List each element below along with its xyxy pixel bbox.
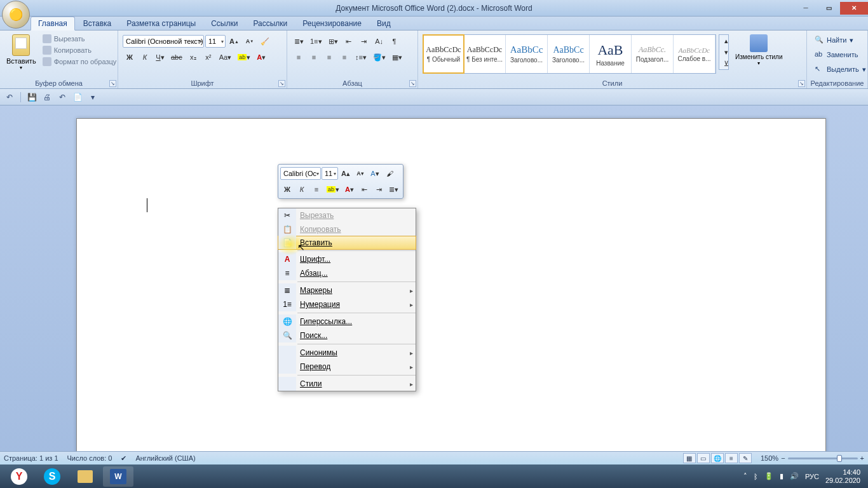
- underline-button[interactable]: Ч▾: [153, 50, 167, 64]
- tray-bluetooth-icon[interactable]: ᛒ: [754, 473, 758, 480]
- highlight-button[interactable]: ab▾: [235, 50, 253, 64]
- style-item[interactable]: AaBbCcDc¶ Без инте...: [464, 35, 506, 73]
- tray-keyboard[interactable]: РУС: [805, 473, 819, 480]
- mini-center[interactable]: ≡: [309, 182, 323, 196]
- superscript-button[interactable]: x²: [201, 50, 215, 64]
- sort-button[interactable]: A↓: [372, 34, 386, 48]
- change-styles-button[interactable]: Изменить стили ▾: [731, 34, 786, 66]
- ctx-font[interactable]: A Шрифт...: [278, 252, 416, 266]
- office-button[interactable]: 🟡: [2, 1, 30, 29]
- maximize-button[interactable]: ▭: [817, 2, 840, 15]
- tab-mailings[interactable]: Рассылки: [246, 17, 294, 30]
- qat-undo2-button[interactable]: ↶: [57, 92, 68, 103]
- taskbar-skype[interactable]: S: [37, 466, 67, 487]
- font-name-combo[interactable]: Calibri (Основной текст): [123, 35, 204, 48]
- mini-italic[interactable]: К: [295, 182, 309, 196]
- status-wordcount[interactable]: Число слов: 0: [67, 454, 112, 462]
- styles-gallery[interactable]: AaBbCcDc¶ ОбычныйAaBbCcDc¶ Без инте...Aa…: [423, 34, 716, 74]
- select-button[interactable]: ↖Выделить▾: [811, 63, 868, 76]
- qat-save-button[interactable]: 💾: [26, 92, 37, 103]
- zoom-in-button[interactable]: +: [860, 454, 864, 462]
- view-full-screen[interactable]: ▭: [697, 453, 710, 463]
- find-button[interactable]: 🔍Найти▾: [811, 34, 857, 46]
- ctx-paste[interactable]: 📄 Вставить: [278, 236, 416, 250]
- tray-chevron-icon[interactable]: ˄: [743, 472, 747, 480]
- font-size-combo[interactable]: 11: [205, 35, 226, 48]
- taskbar-word[interactable]: W: [103, 466, 133, 487]
- qat-customize-button[interactable]: ▾: [87, 92, 98, 103]
- mini-highlight[interactable]: ab▾: [324, 182, 342, 196]
- ctx-translate[interactable]: Перевод ▸: [278, 360, 416, 374]
- mini-increase-indent[interactable]: ⇥: [372, 182, 386, 196]
- ctx-styles[interactable]: Стили ▸: [278, 377, 416, 391]
- qat-new-button[interactable]: 📄: [72, 92, 83, 103]
- minimize-button[interactable]: ─: [794, 2, 817, 15]
- tab-view[interactable]: Вид: [370, 17, 398, 30]
- font-launcher[interactable]: ↘: [278, 80, 285, 87]
- tab-layout[interactable]: Разметка страницы: [119, 17, 203, 30]
- mini-bold[interactable]: Ж: [280, 182, 294, 196]
- ctx-synonyms[interactable]: Синонимы ▸: [278, 346, 416, 360]
- document-page[interactable]: [76, 118, 826, 464]
- grow-font-button[interactable]: A▲: [227, 34, 241, 48]
- strikethrough-button[interactable]: abc: [168, 50, 185, 64]
- tab-insert[interactable]: Вставка: [76, 17, 119, 30]
- tray-battery-icon[interactable]: 🔋: [764, 472, 773, 480]
- italic-button[interactable]: К: [138, 50, 152, 64]
- mini-format-painter[interactable]: 🖌: [383, 166, 397, 180]
- bullets-button[interactable]: ≣▾: [292, 34, 306, 48]
- style-item[interactable]: AaBbCcЗаголово...: [548, 35, 590, 73]
- style-item[interactable]: AaBbCcDc¶ Обычный: [423, 34, 465, 74]
- style-item[interactable]: АаВНазвание: [590, 35, 632, 73]
- mini-bullets[interactable]: ≣▾: [386, 182, 401, 196]
- view-draft[interactable]: ✎: [739, 453, 752, 463]
- status-proofing-icon[interactable]: ✔: [121, 454, 126, 463]
- zoom-level[interactable]: 150%: [761, 454, 778, 462]
- ctx-copy[interactable]: 📋 Копировать: [278, 222, 416, 236]
- show-marks-button[interactable]: ¶: [388, 34, 402, 48]
- close-button[interactable]: ✕: [840, 2, 868, 15]
- tray-network-icon[interactable]: ▮: [780, 472, 783, 480]
- align-left-button[interactable]: ≡: [292, 50, 306, 64]
- taskbar-yandex[interactable]: Y: [4, 466, 34, 487]
- replace-button[interactable]: abЗаменить: [811, 48, 862, 61]
- shading-button[interactable]: 🪣▾: [370, 50, 388, 64]
- ctx-hyperlink[interactable]: 🌐 Гиперссылка...: [278, 315, 416, 329]
- status-page[interactable]: Страница: 1 из 1: [4, 454, 58, 462]
- clear-formatting-button[interactable]: 🧹: [258, 34, 272, 48]
- copy-button[interactable]: Копировать: [40, 44, 119, 56]
- format-painter-button[interactable]: Формат по образцу: [40, 56, 119, 67]
- qat-undo-button[interactable]: ↶: [4, 92, 15, 103]
- mini-size-combo[interactable]: 11: [322, 167, 338, 180]
- taskbar-explorer[interactable]: [70, 466, 100, 487]
- ctx-paragraph[interactable]: ≡ Абзац...: [278, 266, 416, 280]
- subscript-button[interactable]: x₂: [186, 50, 200, 64]
- tab-review[interactable]: Рецензирование: [295, 17, 369, 30]
- mini-grow-button[interactable]: A▴: [339, 166, 353, 180]
- mini-font-color[interactable]: A▾: [342, 182, 356, 196]
- increase-indent-button[interactable]: ⇥: [357, 34, 371, 48]
- bold-button[interactable]: Ж: [123, 50, 137, 64]
- tray-clock[interactable]: 14:40 29.02.2020: [825, 468, 860, 484]
- style-item[interactable]: AaBbCcDcСлабое в...: [674, 35, 715, 73]
- clipboard-launcher[interactable]: ↘: [109, 80, 116, 87]
- view-web-layout[interactable]: 🌐: [711, 453, 724, 463]
- status-language[interactable]: Английский (США): [135, 454, 195, 462]
- justify-button[interactable]: ≡: [337, 50, 351, 64]
- mini-font-combo[interactable]: Calibri (Ос: [280, 167, 321, 180]
- view-print-layout[interactable]: ▦: [683, 453, 696, 463]
- style-item[interactable]: AaBbCc.Подзагол...: [632, 35, 674, 73]
- multilevel-button[interactable]: ⊞▾: [326, 34, 341, 48]
- paste-button[interactable]: Вставить ▾: [3, 32, 40, 73]
- mini-styles-button[interactable]: A▾: [368, 166, 382, 180]
- ctx-numbering[interactable]: 1≡ Нумерация ▸: [278, 297, 416, 311]
- paragraph-launcher[interactable]: ↘: [409, 80, 416, 87]
- numbering-button[interactable]: 1≡▾: [308, 34, 325, 48]
- mini-decrease-indent[interactable]: ⇤: [357, 182, 371, 196]
- tab-home[interactable]: Главная: [31, 17, 75, 30]
- zoom-slider[interactable]: [788, 458, 858, 459]
- decrease-indent-button[interactable]: ⇤: [342, 34, 356, 48]
- mini-shrink-button[interactable]: A▾: [353, 166, 367, 180]
- ctx-cut[interactable]: ✂ Вырезать: [278, 208, 416, 222]
- style-item[interactable]: AaBbCcЗаголово...: [506, 35, 548, 73]
